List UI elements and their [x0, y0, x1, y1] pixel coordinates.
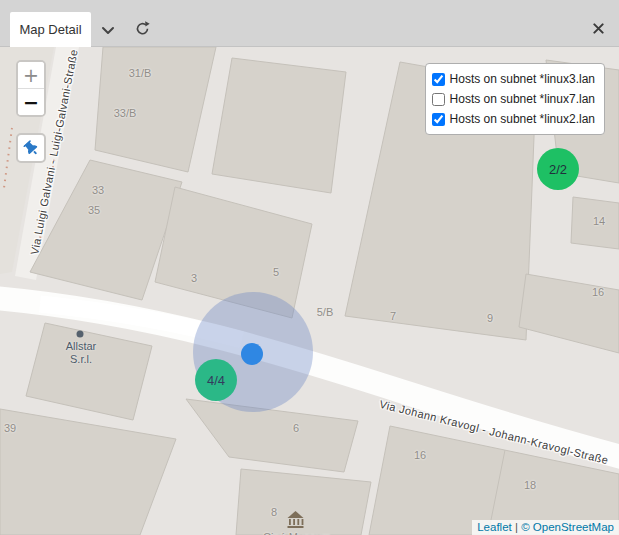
- close-icon[interactable]: [588, 18, 608, 38]
- host-marker-2-2[interactable]: 2/2: [537, 148, 579, 190]
- zoom-control: + −: [16, 60, 46, 117]
- refresh-icon[interactable]: [132, 18, 152, 38]
- attribution-separator: |: [512, 521, 521, 533]
- legend-item-linux3[interactable]: Hosts on subnet *linux3.lan: [432, 69, 595, 89]
- map-detail-window: Map Detail: [0, 0, 619, 535]
- pushpin-icon: [20, 137, 41, 158]
- map-attribution: Leaflet | © OpenStreetMap: [472, 520, 619, 535]
- zoom-out-button[interactable]: −: [18, 89, 44, 116]
- header-bar: Map Detail: [0, 0, 619, 47]
- legend-label: Hosts on subnet *linux2.lan: [450, 112, 595, 126]
- map-canvas[interactable]: Via Luigi Galvani - Luigi-Galvani-Straße…: [0, 47, 619, 535]
- location-dot[interactable]: [241, 343, 263, 365]
- tab-map-detail[interactable]: Map Detail: [10, 12, 91, 47]
- marker-count-label: 2/2: [549, 162, 567, 177]
- legend-label: Hosts on subnet *linux7.lan: [450, 92, 595, 106]
- leaflet-link[interactable]: Leaflet: [477, 521, 512, 533]
- subnet-checkbox-linux3[interactable]: [432, 73, 445, 86]
- host-marker-4-4[interactable]: 4/4: [195, 359, 237, 401]
- tab-label: Map Detail: [19, 22, 81, 37]
- marker-count-label: 4/4: [207, 373, 225, 388]
- chevron-down-icon[interactable]: [98, 20, 118, 40]
- osm-link[interactable]: © OpenStreetMap: [521, 521, 614, 533]
- zoom-in-button[interactable]: +: [18, 62, 44, 89]
- legend-item-linux2[interactable]: Hosts on subnet *linux2.lan: [432, 109, 595, 129]
- subnet-checkbox-linux7[interactable]: [432, 93, 445, 106]
- subnet-checkbox-linux2[interactable]: [432, 113, 445, 126]
- subnet-legend: Hosts on subnet *linux3.lan Hosts on sub…: [425, 63, 605, 135]
- legend-item-linux7[interactable]: Hosts on subnet *linux7.lan: [432, 89, 595, 109]
- pin-button[interactable]: [16, 133, 46, 163]
- legend-label: Hosts on subnet *linux3.lan: [450, 72, 595, 86]
